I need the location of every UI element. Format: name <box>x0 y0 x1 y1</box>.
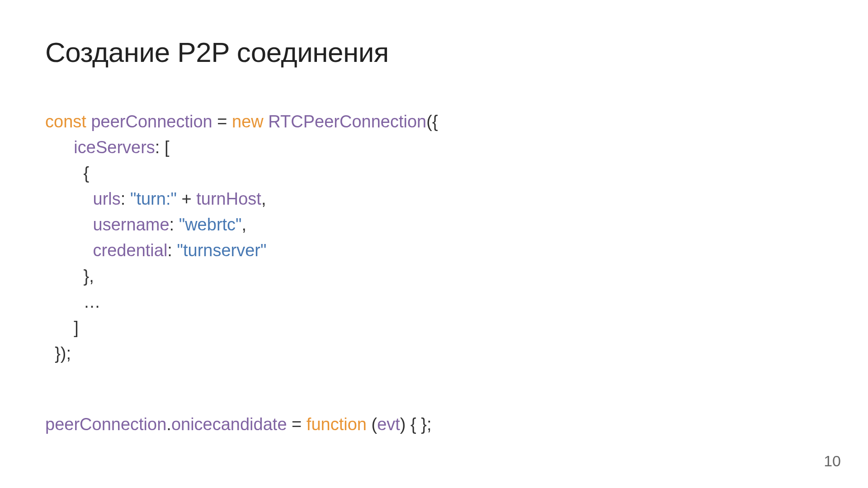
identifier-peerconnection: peerConnection <box>45 415 166 434</box>
indent <box>45 292 83 311</box>
keyword-new: new <box>232 112 264 131</box>
colon-bracket: : [ <box>155 138 170 157</box>
indent <box>45 241 93 260</box>
indent <box>45 189 93 208</box>
close-paren: ) <box>400 415 410 434</box>
comma: , <box>242 215 247 234</box>
prop-iceservers: iceServers <box>74 138 155 157</box>
prop-username: username <box>93 215 170 234</box>
code-block-2: peerConnection.onicecandidate = function… <box>45 412 823 437</box>
identifier-rtcpeerconnection: RTCPeerConnection <box>268 112 426 131</box>
indent <box>45 318 74 337</box>
indent <box>45 267 83 286</box>
prop-onicecandidate: onicecandidate <box>171 415 287 434</box>
empty-body: { }; <box>410 415 432 434</box>
ellipsis: … <box>83 292 100 311</box>
indent <box>45 215 93 234</box>
indent <box>45 164 83 183</box>
page-number: 10 <box>824 452 841 470</box>
colon: : <box>167 241 177 260</box>
identifier-peerconnection: peerConnection <box>91 112 212 131</box>
space <box>367 415 372 434</box>
close-brace-comma: }, <box>83 267 94 286</box>
param-evt: evt <box>377 415 400 434</box>
colon: : <box>170 215 179 234</box>
slide-title: Создание P2P соединения <box>45 36 823 68</box>
open-paren-brace: ({ <box>426 112 438 131</box>
keyword-function: function <box>307 415 367 434</box>
slide-container: Создание P2P соединения const peerConnec… <box>0 0 868 488</box>
prop-urls: urls <box>93 189 121 208</box>
space <box>86 112 91 131</box>
prop-credential: credential <box>93 241 168 260</box>
indent <box>45 138 74 157</box>
open-brace: { <box>83 164 89 183</box>
keyword-const: const <box>45 112 86 131</box>
space <box>264 112 269 131</box>
string-turnserver: "turnserver" <box>177 241 266 260</box>
close-bracket: ] <box>74 318 79 337</box>
open-paren: ( <box>372 415 377 434</box>
indent <box>45 344 55 363</box>
identifier-turnhost: turnHost <box>196 189 261 208</box>
equals: = <box>212 112 232 131</box>
comma: , <box>261 189 266 208</box>
string-webrtc: "webrtc" <box>179 215 242 234</box>
string-turn: "turn:" <box>130 189 177 208</box>
close-all: }); <box>55 344 71 363</box>
equals: = <box>287 415 307 434</box>
dot: . <box>166 415 171 434</box>
plus: + <box>177 189 196 208</box>
code-block-1: const peerConnection = new RTCPeerConnec… <box>45 109 823 366</box>
colon: : <box>121 189 130 208</box>
